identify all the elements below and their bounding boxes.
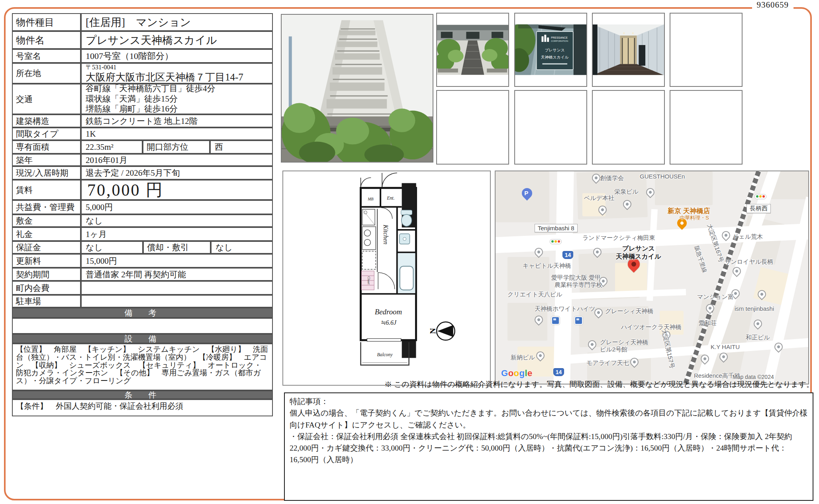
transport-line: 谷町線「天神橋筋六丁目」徒歩4分 [86, 84, 216, 94]
google-logo: Google [501, 368, 533, 378]
row-value: 谷町線「天神橋筋六丁目」徒歩4分 環状線「天満」徒歩15分 堺筋線「扇町」徒歩1… [81, 84, 273, 114]
photo-frame-empty [670, 13, 743, 87]
photo-frame-empty [592, 90, 665, 165]
map-label: グレーシィ天神橋 [605, 308, 653, 315]
row-label: 専有面積 [12, 140, 81, 154]
row-label: 号室名 [12, 49, 81, 63]
route-number: 14 [565, 252, 571, 258]
route-14-shield: 14 [562, 251, 573, 259]
photo-entrance-approach [436, 13, 509, 87]
table-row: 更新料 15,000円 [12, 254, 273, 268]
row-label-2: 開口部方位 [143, 140, 210, 154]
map-area-label: 長柄西 [747, 204, 771, 213]
table-row: 物件名 プレサンス天神橋スカイル [12, 31, 273, 49]
sign-photo-image: PRESSANCE CORPORATION プレサンス 天神橋スカイル [515, 24, 586, 75]
row-label: 礼金 [12, 227, 81, 241]
bus-stop-icon [574, 316, 583, 325]
row-value: 1K [81, 127, 273, 140]
row-value: 22.35m² [81, 140, 143, 154]
row-value: 鉄筋コンクリート造 地上12階 [81, 114, 273, 127]
row-label: 駐車場 [12, 295, 81, 308]
rent-value: 70,000 円 [81, 180, 273, 200]
row-label: 契約期間 [12, 268, 81, 281]
map-label: 新納ビル [511, 354, 535, 361]
fp-closet-label: Closet [367, 277, 370, 285]
row-label: 現況/入居時期 [12, 166, 81, 180]
map-label: 創価学会 [600, 175, 624, 182]
row-label: 所在地 [12, 63, 81, 84]
row-value [81, 281, 273, 295]
parking-letter: P [524, 190, 528, 196]
row-label: 建築構造 [12, 114, 81, 127]
map-label: グレーシィ天神橋 [600, 339, 648, 346]
location-map: P 14 14 創価学会 栄泉ビル ベルデ本社 [495, 171, 809, 384]
map-pin [752, 318, 764, 330]
row-value: 1007号室（10階部分） [81, 49, 273, 63]
section-equipment: 設 備 [12, 334, 273, 343]
map-area-label: Tenjimbashi 8 [535, 224, 578, 232]
table-row: 敷金 なし [12, 214, 273, 227]
row-label: 賃料 [12, 180, 81, 200]
photo-building-sign: PRESSANCE CORPORATION プレサンス 天神橋スカイル [514, 13, 587, 87]
floor-plan-drawing: MB Ent. Kitchen Closet Bedroom ≒6.6J Bal… [283, 171, 490, 385]
fp-ent-label: Ent. [386, 195, 395, 201]
property-table: 物件種目 [住居用] マンション 物件名 プレサンス天神橋スカイル 号室名 10… [12, 13, 273, 416]
map-label: ハイツオークラ天神橋 [621, 324, 682, 331]
row-label: 交通 [12, 84, 81, 114]
row-value: 〒531-0041 大阪府大阪市北区天神橋７丁目14-7 [81, 63, 273, 84]
map-label: マンション富 [697, 293, 734, 301]
photo-frame-empty [670, 90, 743, 165]
map-label: 愛和荘 [699, 320, 717, 327]
table-row: 町内会費 [12, 281, 273, 295]
map-label: 愛甲学院大阪 愛甲 [551, 274, 601, 282]
map-label-property: プレサンス [622, 245, 655, 253]
table-row: 建築構造 鉄筋コンクリート造 地上12階 [12, 114, 273, 127]
disclaimer-note: ※ この資料は物件の概略紹介資料になります。写真、間取図面、設備、概要などが現況… [384, 379, 814, 390]
row-value [81, 295, 273, 308]
section-remarks: 備 考 [12, 308, 273, 318]
map-label: K.Y HAITU [711, 343, 740, 350]
map-label: 農業科学専門学校 [554, 281, 602, 289]
route-number: 14 [556, 369, 562, 375]
floor-plan: MB Ent. Kitchen Closet Bedroom ≒6.6J Bal… [282, 171, 491, 386]
table-row: 所在地 〒531-0041 大阪府大阪市北区天神橋７丁目14-7 [12, 63, 273, 84]
map-label: 和正ビル [746, 334, 770, 341]
map-label: ドェル荒木 [733, 233, 763, 241]
map-label: モアライフ天七 [586, 359, 629, 367]
table-row: 専有面積 22.35m² 開口部方位 西 [12, 140, 273, 154]
row-label: 更新料 [12, 254, 81, 268]
table-row: 賃料 70,000 円 [12, 180, 273, 200]
row-value: [住居用] マンション [81, 13, 273, 31]
compass-icon: N [428, 322, 455, 340]
traffic-light-icon [550, 239, 562, 244]
table-row: 駐車場 [12, 295, 273, 308]
entrance-photo-image [437, 25, 508, 75]
row-value: 5,000円 [81, 200, 273, 214]
corridor-photo-image [593, 24, 664, 75]
map-label: クリエイト天八ビル [507, 291, 562, 298]
special-notes: 特記事項： 個人申込の場合、「電子契約くん」でご契約いただきます。お問い合わせに… [284, 392, 813, 501]
fp-mb-label: MB [367, 197, 373, 201]
document-id: 9360659 [752, 0, 794, 10]
row-label: 築年 [12, 154, 81, 166]
map-label: ランドマークシティ梅田東 [582, 234, 655, 242]
photo-frame-empty [514, 90, 587, 165]
fp-size-label: ≒6.6J [380, 319, 397, 326]
row-value: なし [81, 214, 273, 227]
photo-lobby-corridor [592, 13, 665, 87]
building-photo-image [282, 15, 433, 162]
special-notes-para: 個人申込の場合、「電子契約くん」でご契約いただきます。お問い合わせについては、物… [290, 407, 808, 431]
row-label: 町内会費 [12, 281, 81, 295]
photo-building-exterior [281, 14, 433, 163]
transport-line: 環状線「天満」徒歩15分 [86, 94, 178, 104]
transport-line: 堺筋線「扇町」徒歩16分 [86, 104, 178, 114]
map-label: サンロイヤル長柄 [725, 258, 773, 266]
route-14-shield: 14 [553, 368, 564, 376]
row-label-2: 償却・敷引 [143, 241, 211, 254]
postal-code: 〒531-0041 [86, 63, 116, 71]
traffic-light-icon [754, 194, 766, 199]
equipment-text: 【位置】 角部屋 【キッチン】 システムキッチン 【水廻り】 洗面台（独立）・バ… [12, 343, 273, 390]
fp-bedroom-label: Bedroom [375, 308, 402, 316]
row-label: 物件名 [12, 31, 81, 49]
table-row: 間取タイプ 1K [12, 127, 273, 140]
